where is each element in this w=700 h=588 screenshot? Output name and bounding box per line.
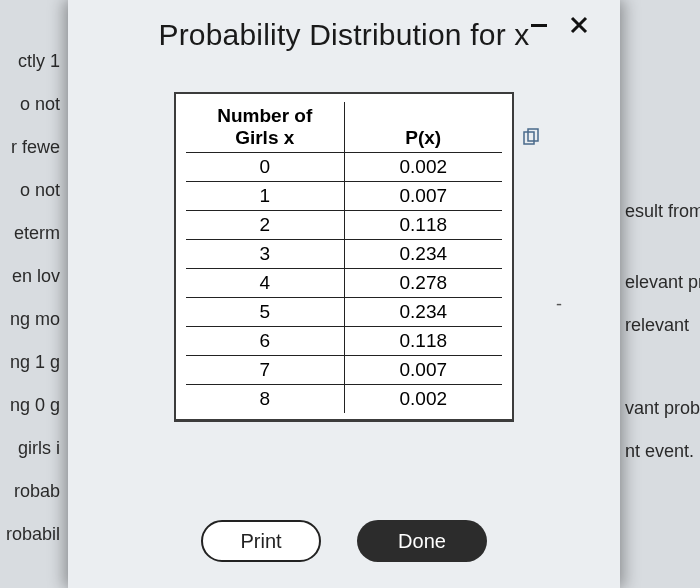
svg-rect-0 — [531, 24, 547, 27]
svg-rect-2 — [528, 129, 538, 141]
probability-table: Number of Girls x P(x) 00.002 10.007 20.… — [174, 92, 514, 422]
close-button[interactable] — [566, 12, 592, 38]
background-right-text: esult from elevant pr relevant vant prob… — [625, 0, 700, 588]
done-button[interactable]: Done — [357, 520, 487, 562]
table-row: 00.002 — [186, 153, 502, 182]
table-row: 60.118 — [186, 327, 502, 356]
col-header-px: P(x) — [344, 102, 502, 153]
table-row: 30.234 — [186, 240, 502, 269]
col-header-x: Number of Girls x — [186, 102, 344, 153]
background-left-text: ctly 1 o not r fewe o not eterm en lov n… — [0, 0, 60, 588]
table-row: 80.002 — [186, 385, 502, 414]
table-row: 40.278 — [186, 269, 502, 298]
dash-mark: - — [556, 294, 562, 315]
table-row: 20.118 — [186, 211, 502, 240]
probability-modal: Probability Distribution for x Number of… — [68, 0, 620, 588]
minimize-button[interactable] — [526, 12, 552, 38]
print-button[interactable]: Print — [201, 520, 321, 562]
table-row: 10.007 — [186, 182, 502, 211]
modal-title: Probability Distribution for x — [158, 18, 529, 52]
svg-rect-1 — [524, 132, 534, 144]
table-row: 70.007 — [186, 356, 502, 385]
table-row: 50.234 — [186, 298, 502, 327]
copy-icon[interactable] — [522, 128, 540, 146]
